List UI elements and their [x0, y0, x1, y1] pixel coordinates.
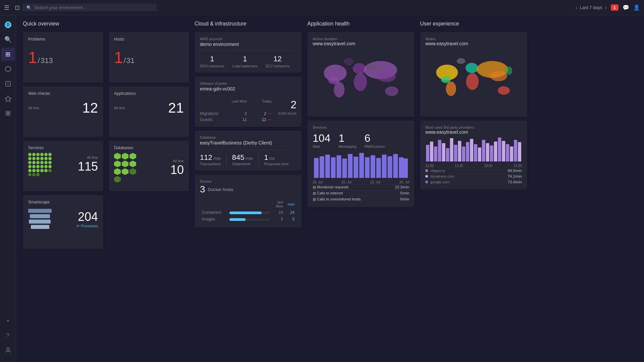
- applications-title: Applications: [114, 91, 184, 96]
- services-metrics-table: ▩ Monitored requests 22.3/min ▩ Calls to…: [313, 184, 409, 202]
- services-health-card[interactable]: Services 104 Web 1 Messaging 6 RMI/Custo: [307, 121, 415, 207]
- aws-rds-num: 1: [200, 55, 224, 63]
- databases-hex-grid: [114, 153, 141, 183]
- svg-point-18: [344, 58, 354, 65]
- notification-badge[interactable]: 1: [611, 4, 619, 11]
- time-prev-arrow[interactable]: ‹: [576, 5, 577, 11]
- sidebar-item-problems[interactable]: [1, 77, 15, 90]
- docker-images-row: Images 5 5: [201, 216, 296, 222]
- service-dot-dark: [28, 173, 32, 176]
- smartscape-card[interactable]: Smartscape 204 ⟳ Processes: [23, 195, 103, 249]
- aws-rds-metric: 1 RDS instances: [200, 55, 224, 68]
- vmware-name: emea-gdn-vc002: [200, 86, 297, 92]
- sidebar-item-smartscape[interactable]: [1, 62, 15, 76]
- svg-rect-27: [348, 154, 353, 178]
- db-hex: [114, 161, 121, 167]
- services-card[interactable]: Services: [23, 141, 103, 191]
- provider-google-row: google.com 73.4/min: [425, 179, 522, 185]
- world-map-svg: [313, 49, 409, 109]
- db-statements-num: 845: [232, 153, 245, 162]
- sidebar-item-events[interactable]: [1, 92, 15, 105]
- search-input[interactable]: [34, 5, 153, 10]
- sidebar-item-releases[interactable]: [1, 107, 15, 120]
- svc-messaging-num: 1: [338, 132, 356, 144]
- svg-rect-51: [430, 141, 433, 162]
- monitor-icon[interactable]: ⊡: [15, 4, 20, 11]
- svg-rect-56: [450, 138, 453, 162]
- svg-point-19: [367, 64, 376, 70]
- time-range-label[interactable]: Last 7 days: [580, 5, 602, 10]
- db-statements-metric: 845 /min Statements: [232, 153, 253, 166]
- svc-calls-unmonitored-label: ▩ Calls to unmonitored hosts: [313, 197, 361, 201]
- hosts-card[interactable]: Hosts 1 / 31: [109, 32, 189, 82]
- time-range: ‹ Last 7 days ›: [576, 5, 607, 11]
- svg-rect-59: [462, 146, 465, 162]
- providers-card[interactable]: Most used 3rd party providers www.easytr…: [420, 121, 527, 189]
- web-checks-count: 12: [82, 100, 98, 116]
- user-icon[interactable]: 👤: [633, 4, 640, 11]
- web-checks-card[interactable]: Web checks All fine 12: [23, 86, 103, 137]
- service-dot-dark: [36, 173, 40, 176]
- sidebar-item-user[interactable]: [1, 343, 15, 357]
- vmware-card[interactable]: VMware vCenter emea-gdn-vc002 Last Mon T…: [195, 77, 302, 127]
- apdex-card[interactable]: Apdex www.easytravel.com: [420, 32, 527, 117]
- docker-card[interactable]: Docker 3 Docker hosts last Mon now: [195, 175, 302, 228]
- svg-point-17: [385, 86, 398, 96]
- svc-rmi-label: RMI/Custom: [365, 144, 385, 148]
- providers-title: Most used 3rd party providers: [425, 125, 522, 129]
- svg-rect-61: [470, 139, 473, 162]
- chat-icon[interactable]: 💬: [623, 4, 629, 11]
- problems-current: 1: [28, 48, 37, 67]
- smartscape-processes-label: ⟳ Processes: [76, 224, 98, 228]
- docker-containers-now: 24: [286, 209, 296, 216]
- problems-card[interactable]: Problems 1 / 313: [23, 32, 103, 82]
- docker-hosts-count: 3: [200, 184, 205, 195]
- service-dot: [48, 157, 52, 160]
- user-experience-title: User experience: [420, 21, 527, 27]
- aws-card[interactable]: AWS account demo environment 1 RDS insta…: [195, 32, 302, 73]
- svg-rect-24: [331, 157, 336, 178]
- time-next-arrow[interactable]: ›: [605, 5, 606, 11]
- databases-card[interactable]: Databases: [109, 141, 189, 191]
- sidebar-item-logo[interactable]: D: [1, 18, 15, 32]
- sidebar-item-help[interactable]: ?: [1, 328, 15, 342]
- vmware-empty2: [273, 117, 297, 122]
- svg-point-43: [466, 73, 479, 90]
- provider-dynatrace-val: 74.1/min: [508, 174, 522, 178]
- db-hex: [122, 161, 128, 167]
- database-card[interactable]: Database easyTravelBusiness (Derby Clien…: [195, 131, 302, 171]
- svc-web-num: 104: [313, 132, 330, 144]
- service-dot: [36, 165, 40, 168]
- svg-rect-71: [510, 146, 513, 162]
- svg-rect-60: [466, 142, 469, 162]
- svg-point-13: [353, 63, 366, 74]
- sidebar-item-overview[interactable]: ⊞: [1, 48, 15, 61]
- vmware-esxi-label: ESXi hosts: [273, 111, 297, 116]
- databases-visual: All fine 10: [114, 153, 184, 183]
- web-checks-metric: All fine 12: [28, 100, 98, 116]
- problems-number: 1 / 313: [28, 48, 98, 67]
- svg-rect-70: [506, 144, 509, 162]
- docker-images-fill: [229, 218, 246, 221]
- db-name: easyTravelBusiness (Derby Client): [200, 140, 297, 145]
- services-health-title: Services: [313, 125, 409, 129]
- svg-rect-64: [482, 140, 485, 162]
- aws-rds-label: RDS instances: [200, 64, 224, 68]
- layer4: [31, 225, 49, 229]
- action-duration-card[interactable]: Action duration www.easytravel.com: [307, 32, 415, 117]
- sidebar-item-search[interactable]: 🔍: [1, 33, 15, 46]
- hamburger-icon[interactable]: ☰: [4, 4, 9, 11]
- svg-rect-53: [438, 140, 441, 162]
- svg-rect-50: [426, 145, 429, 162]
- svc-messaging-label: Messaging: [338, 144, 356, 148]
- action-duration-subtitle: www.easytravel.com: [313, 41, 409, 46]
- search-bar[interactable]: 🔍: [22, 4, 157, 11]
- layer3: [29, 220, 51, 224]
- vmware-grid: Last Mon Today 2 Migrations 2 2 — ESXi h…: [200, 99, 297, 122]
- sidebar-item-collapse[interactable]: »: [1, 314, 15, 327]
- applications-card[interactable]: Applications All fine 21: [109, 86, 189, 137]
- docker-hosts-label: Docker hosts: [208, 187, 233, 192]
- svg-rect-68: [498, 137, 501, 162]
- applications-metric: All fine 21: [114, 100, 184, 116]
- svg-rect-31: [371, 155, 375, 178]
